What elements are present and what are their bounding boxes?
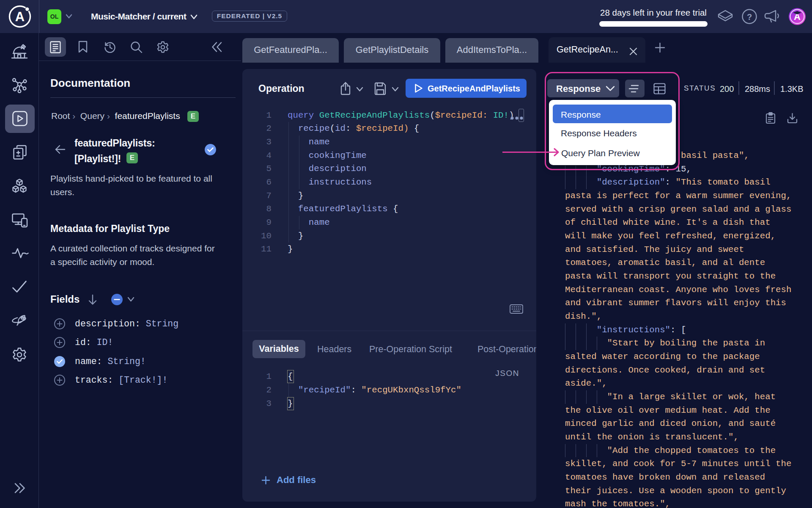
svg-text:?: ? [747,12,752,22]
svg-text:A: A [15,9,25,24]
